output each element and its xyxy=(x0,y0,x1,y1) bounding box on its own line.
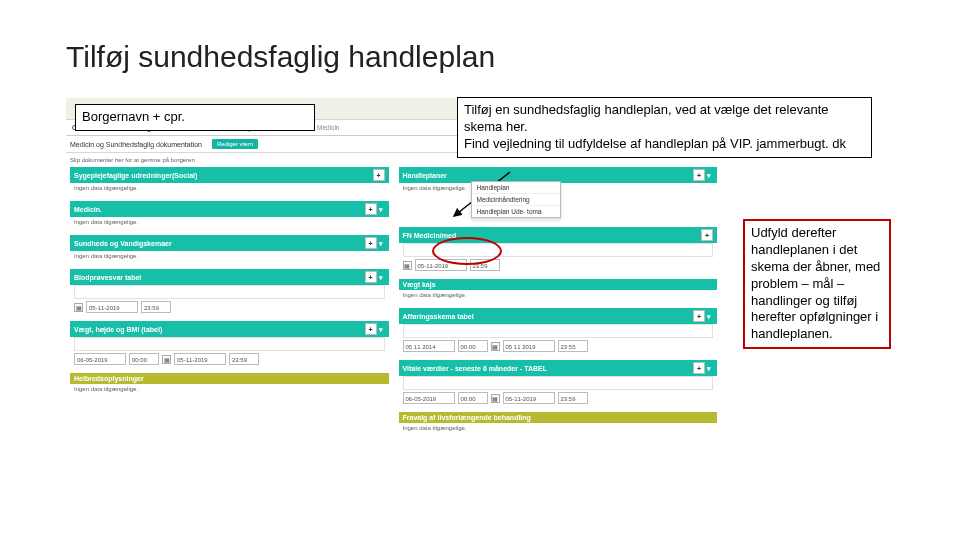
section-sygeplejefaglige: Sygeplejefaglige udredninger(Social) + xyxy=(70,167,389,183)
add-button[interactable]: + xyxy=(365,237,377,249)
date-input[interactable]: 05-11-2019 xyxy=(415,259,467,271)
section-afforing: Afføringsskema tabel +▾ xyxy=(399,308,718,324)
section-helbred: Helbredsoplysninger xyxy=(70,373,389,384)
handleplan-dropdown: Handleplan Medicinhåndtering Handleplan … xyxy=(471,181,561,218)
calendar-icon[interactable]: ▦ xyxy=(491,394,500,403)
chevron-down-icon[interactable]: ▾ xyxy=(707,313,711,320)
callout-text: Borgernavn + cpr. xyxy=(82,109,185,124)
content-panel xyxy=(403,324,714,338)
calendar-icon[interactable]: ▦ xyxy=(162,355,171,364)
no-data: Ingen data tilgængelige. xyxy=(70,183,389,197)
no-data: Ingen data tilgængelige. xyxy=(70,251,389,265)
date-input[interactable]: 06-05-2019 xyxy=(403,392,455,404)
add-button[interactable]: + xyxy=(693,310,705,322)
time-input[interactable]: 23:59 xyxy=(558,392,588,404)
date-input[interactable]: 05 11 2014 xyxy=(403,340,455,352)
callout-text: Udfyld derefter handleplanen i det skema… xyxy=(751,225,880,341)
add-button[interactable]: + xyxy=(693,169,705,181)
section-label: Vitale værdier - seneste 6 måneder - TAB… xyxy=(403,365,547,372)
dropdown-option[interactable]: Medicinhåndtering xyxy=(472,194,560,206)
section-label: Blodprøvesvar tabel xyxy=(74,274,141,281)
add-button[interactable]: + xyxy=(365,271,377,283)
calendar-icon[interactable]: ▦ xyxy=(74,303,83,312)
callout-borgernavn: Borgernavn + cpr. xyxy=(75,104,315,131)
section-label: Vægt, højde og BMI (tabel) xyxy=(74,326,162,333)
dropdown-option[interactable]: Handleplan Ude- toma xyxy=(472,206,560,217)
callout-line1: Tilføj en sundhedsfaglig handleplan, ved… xyxy=(464,102,865,136)
callout-udfyld: Udfyld derefter handleplanen i det skema… xyxy=(743,219,891,349)
time-input[interactable]: 23:55 xyxy=(558,340,588,352)
left-column: Sygeplejefaglige udredninger(Social) + I… xyxy=(70,167,389,437)
section-vaegt: Vægt, højde og BMI (tabel) +▾ xyxy=(70,321,389,337)
right-column: Handleplaner +▾ Ingen data tilgængelige.… xyxy=(399,167,718,437)
time-input[interactable]: 23:59 xyxy=(229,353,259,365)
section-label: Sundheds og Vandigskemaer xyxy=(74,240,172,247)
content-panel xyxy=(403,376,714,390)
help-text: Slip dokumenter her for at gemme på borg… xyxy=(66,157,721,167)
date-row: 05 11 2014 00:00 ▦ 05 11 2019 23:55 xyxy=(399,338,718,356)
content-panel xyxy=(74,337,385,351)
section-fravalg: Fravalg af livsforlængende behandling xyxy=(399,412,718,423)
section-label: Afføringsskema tabel xyxy=(403,313,474,320)
section-label: FN Medicin/med xyxy=(403,232,457,239)
section-label: Vægt kajs xyxy=(403,281,436,288)
date-row: 06-05-2019 00:00 ▦ 05-11-2019 23:59 xyxy=(399,390,718,408)
chevron-down-icon[interactable]: ▾ xyxy=(707,365,711,372)
time-input[interactable]: 23:59 xyxy=(141,301,171,313)
no-data: Ingen data tilgængelige. xyxy=(399,290,718,304)
add-button[interactable]: + xyxy=(693,362,705,374)
date-input[interactable]: 06-05-2019 xyxy=(74,353,126,365)
time-input[interactable]: 00:00 xyxy=(129,353,159,365)
content-panel xyxy=(403,243,714,257)
tab-medicin[interactable]: Medicin xyxy=(311,120,345,135)
add-button[interactable]: + xyxy=(701,229,713,241)
date-row: 06-05-2019 00:00 ▦ 05-11-2019 23:59 xyxy=(70,351,389,369)
add-button[interactable]: + xyxy=(365,203,377,215)
section-label: Medicin. xyxy=(74,206,102,213)
section-label: Helbredsoplysninger xyxy=(74,375,144,382)
no-data: Ingen data tilgængelige. xyxy=(70,217,389,231)
section-medicin: Medicin. +▾ xyxy=(70,201,389,217)
section-label: Handleplaner xyxy=(403,172,447,179)
section-vaegt-kajs: Vægt kajs xyxy=(399,279,718,290)
section-sundheds: Sundheds og Vandigskemaer +▾ xyxy=(70,235,389,251)
section-title: Medicin og Sundhedsfaglig dokumentation xyxy=(70,141,202,148)
date-row: ▦ 05-11-2019 23:59 xyxy=(70,299,389,317)
callout-line2: Find vejledning til udfyldelse af handle… xyxy=(464,136,865,153)
section-blodprove: Blodprøvesvar tabel +▾ xyxy=(70,269,389,285)
chevron-down-icon[interactable]: ▾ xyxy=(379,326,383,333)
content-panel xyxy=(74,285,385,299)
section-label: Fravalg af livsforlængende behandling xyxy=(403,414,531,421)
no-data: Ingen data tilgængelige. xyxy=(399,423,718,437)
time-input[interactable]: 00:00 xyxy=(458,392,488,404)
section-label: Sygeplejefaglige udredninger(Social) xyxy=(74,172,197,179)
no-data: Ingen data tilgængelige. xyxy=(70,384,389,398)
time-input[interactable]: 00:00 xyxy=(458,340,488,352)
calendar-icon[interactable]: ▦ xyxy=(403,261,412,270)
section-fn-medicin: FN Medicin/med + xyxy=(399,227,718,243)
chevron-down-icon[interactable]: ▾ xyxy=(379,206,383,213)
time-input[interactable]: 23:59 xyxy=(470,259,500,271)
add-button[interactable]: + xyxy=(365,323,377,335)
slide-title: Tilføj sundhedsfaglig handleplan xyxy=(66,40,495,74)
date-input[interactable]: 05-11-2019 xyxy=(86,301,138,313)
edit-button[interactable]: Rediger værn xyxy=(212,139,258,149)
dropdown-option[interactable]: Handleplan xyxy=(472,182,560,194)
chevron-down-icon[interactable]: ▾ xyxy=(707,172,711,179)
chevron-down-icon[interactable]: ▾ xyxy=(379,240,383,247)
chevron-down-icon[interactable]: ▾ xyxy=(379,274,383,281)
add-button[interactable]: + xyxy=(373,169,385,181)
date-input[interactable]: 05-11-2019 xyxy=(503,392,555,404)
calendar-icon[interactable]: ▦ xyxy=(491,342,500,351)
date-input[interactable]: 05 11 2019 xyxy=(503,340,555,352)
date-row: ▦ 05-11-2019 23:59 xyxy=(399,257,718,275)
callout-instructions: Tilføj en sundhedsfaglig handleplan, ved… xyxy=(457,97,872,158)
section-vitale: Vitale værdier - seneste 6 måneder - TAB… xyxy=(399,360,718,376)
date-input[interactable]: 05-11-2019 xyxy=(174,353,226,365)
